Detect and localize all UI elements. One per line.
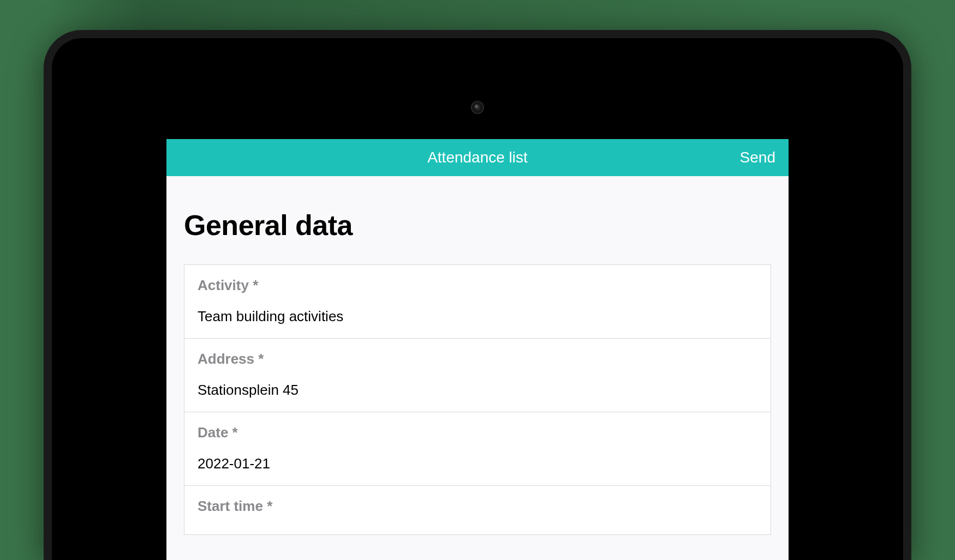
start-time-label: Start time * (198, 498, 757, 515)
app-screen: Attendance list Send General data Activi… (166, 139, 789, 560)
form-content: General data Activity * Team building ac… (166, 176, 789, 535)
send-button[interactable]: Send (740, 149, 775, 166)
app-header: Attendance list Send (166, 139, 789, 176)
camera-icon (471, 101, 484, 114)
start-time-field[interactable]: Start time * (184, 486, 771, 534)
date-field[interactable]: Date * 2022-01-21 (184, 412, 771, 486)
activity-field[interactable]: Activity * Team building activities (184, 265, 771, 339)
date-value: 2022-01-21 (198, 455, 757, 472)
section-heading: General data (184, 209, 771, 242)
activity-label: Activity * (198, 277, 757, 294)
date-label: Date * (198, 424, 757, 441)
address-value: Stationsplein 45 (198, 382, 757, 399)
address-label: Address * (198, 351, 757, 368)
activity-value: Team building activities (198, 308, 757, 325)
form-card: Activity * Team building activities Addr… (184, 264, 771, 535)
address-field[interactable]: Address * Stationsplein 45 (184, 339, 771, 412)
tablet-bezel: Attendance list Send General data Activi… (52, 38, 903, 560)
tablet-device-frame: Attendance list Send General data Activi… (44, 30, 911, 560)
page-title: Attendance list (427, 149, 528, 166)
